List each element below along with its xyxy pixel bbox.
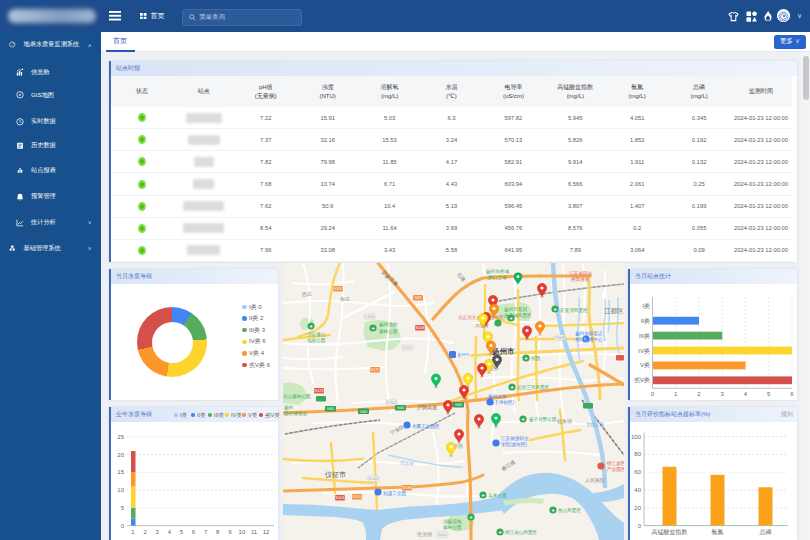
svg-text:0: 0 [651, 391, 655, 397]
svg-text:II类: II类 [641, 318, 650, 324]
svg-text:仪征市: 仪征市 [325, 470, 346, 479]
svg-text:25: 25 [117, 434, 124, 440]
svg-text:朱庄: 朱庄 [340, 296, 350, 302]
svg-text:江都区: 江都区 [604, 307, 624, 315]
svg-text:S353: S353 [333, 286, 343, 291]
svg-text:III类: III类 [639, 333, 650, 339]
svg-text:X001: X001 [438, 532, 448, 537]
svg-text:高锰酸盐指数: 高锰酸盐指数 [652, 528, 688, 536]
svg-text:7: 7 [204, 529, 208, 535]
svg-text:S125: S125 [314, 388, 324, 393]
svg-text:S49: S49 [414, 295, 422, 300]
svg-text:劣V类: 劣V类 [634, 377, 650, 384]
svg-text:20: 20 [634, 505, 641, 511]
svg-text:IV类: IV类 [638, 348, 650, 354]
svg-text:X308: X308 [555, 335, 565, 340]
svg-text:3: 3 [156, 529, 160, 535]
svg-text:1: 1 [131, 529, 135, 535]
svg-text:♣: ♣ [522, 417, 525, 422]
svg-text:♣: ♣ [482, 493, 485, 498]
svg-text:10: 10 [239, 529, 246, 535]
svg-text:20: 20 [117, 452, 124, 458]
svg-text:5: 5 [121, 505, 125, 511]
svg-text:♣: ♣ [552, 508, 555, 513]
svg-text:8: 8 [216, 529, 220, 535]
svg-text:S105: S105 [335, 495, 345, 500]
svg-text:学院(新校区): 学院(新校区) [501, 441, 527, 448]
svg-text:S148: S148 [415, 325, 425, 330]
svg-text:S125: S125 [370, 367, 380, 372]
svg-text:♣: ♣ [470, 515, 473, 520]
svg-text:焦山风景区: 焦山风景区 [558, 508, 581, 513]
svg-text:11: 11 [251, 529, 258, 535]
svg-text:40: 40 [634, 487, 641, 493]
svg-text:0: 0 [638, 523, 642, 529]
svg-text:G40: G40 [397, 405, 405, 410]
svg-text:12: 12 [263, 529, 270, 535]
svg-text:♣: ♣ [310, 324, 313, 329]
svg-text:镇江金山风景区: 镇江金山风景区 [504, 530, 538, 535]
svg-text:X201: X201 [403, 345, 413, 350]
svg-text:利涌工业园: 利涌工业园 [383, 490, 406, 497]
svg-text:I类: I类 [642, 303, 650, 309]
svg-text:♣: ♣ [372, 326, 375, 331]
svg-text:华腾工业园区: 华腾工业园区 [412, 423, 440, 430]
svg-text:2: 2 [143, 529, 147, 535]
svg-text:6: 6 [192, 529, 196, 535]
svg-text:♣: ♣ [525, 356, 528, 361]
svg-text:4: 4 [744, 391, 748, 397]
svg-text:10: 10 [117, 487, 124, 493]
svg-text:世业镇: 世业镇 [416, 531, 432, 537]
svg-text:润扬湿地: 润扬湿地 [443, 518, 462, 525]
svg-text:9: 9 [228, 529, 232, 535]
svg-text:6: 6 [790, 391, 794, 397]
svg-text:G40: G40 [360, 409, 368, 414]
svg-text:4: 4 [168, 529, 172, 535]
svg-text:人民医院: 人民医院 [585, 477, 605, 484]
svg-text:运河三湾风景区: 运河三湾风景区 [516, 385, 550, 390]
svg-text:V类: V类 [640, 362, 650, 368]
svg-text:镇江新区: 镇江新区 [606, 461, 624, 466]
svg-text:2: 2 [697, 391, 701, 397]
svg-text:X306: X306 [365, 314, 375, 319]
svg-text:氨氮: 氨氮 [712, 528, 724, 535]
svg-text:G40: G40 [327, 406, 335, 411]
svg-text:100: 100 [631, 434, 642, 440]
svg-text:闸管理所: 闸管理所 [571, 276, 590, 283]
svg-text:沪陕高速: 沪陕高速 [417, 404, 437, 411]
svg-text:江苏旅游职业: 江苏旅游职业 [501, 435, 529, 442]
svg-text:5: 5 [180, 529, 184, 535]
svg-text:西庄: 西庄 [302, 291, 312, 298]
svg-text:0: 0 [121, 523, 125, 529]
svg-text:♣: ♣ [499, 530, 502, 535]
svg-text:5: 5 [767, 391, 771, 397]
svg-text:60: 60 [634, 469, 641, 475]
svg-text:总磷: 总磷 [759, 529, 772, 535]
svg-text:♣: ♣ [511, 385, 514, 390]
svg-text:S105: S105 [352, 494, 362, 499]
svg-text:3: 3 [721, 391, 725, 397]
svg-text:K202: K202 [369, 476, 379, 481]
svg-text:15: 15 [117, 469, 124, 475]
svg-text:80: 80 [634, 451, 641, 457]
svg-text:S336: S336 [402, 485, 412, 490]
svg-text:K202: K202 [387, 400, 397, 405]
svg-text:♣: ♣ [554, 307, 557, 312]
svg-text:G40: G40 [455, 402, 463, 407]
svg-text:仪征捺山: 仪征捺山 [306, 331, 326, 338]
svg-text:1: 1 [674, 391, 678, 397]
svg-text:杭集镇: 杭集镇 [556, 418, 572, 425]
svg-text:枢纽交通中心: 枢纽交通中心 [575, 336, 603, 342]
svg-text:江苏省邵仙: 江苏省邵仙 [569, 270, 592, 277]
